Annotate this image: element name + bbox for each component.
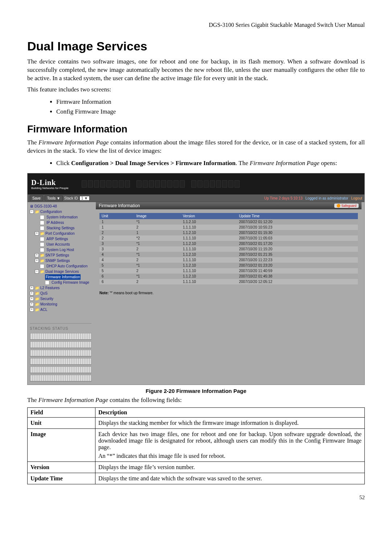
cell: 2	[99, 230, 134, 235]
fields-table: Field Description Unit Displays the stac…	[27, 407, 365, 484]
cell: 2	[134, 268, 181, 274]
logged-in-text: Logged in as administrator	[306, 196, 348, 200]
tree-snmp[interactable]: +📁 SNMP Settings	[30, 258, 91, 263]
tree-stacking[interactable]: Stacking Settings	[30, 225, 91, 231]
tree-acl[interactable]: +📁 ACL	[30, 307, 91, 312]
tree-user-accounts[interactable]: User Accounts	[30, 242, 91, 247]
cell: 6	[99, 274, 134, 279]
tree-arp[interactable]: ARP Settings	[30, 236, 91, 242]
bullet-fw-info: Firmware Information	[56, 97, 365, 107]
table-row: 6*11.1.2.102007/10/22 01:45:38	[99, 274, 358, 279]
cell: 3	[99, 246, 134, 252]
tree-fw-info[interactable]: Firmware Information	[30, 274, 91, 280]
cell: 3	[99, 241, 134, 246]
col-version: Version	[181, 213, 237, 219]
fw-desc-paragraph: The Firmware Information Page contains i…	[27, 139, 365, 155]
cell: *1	[134, 241, 181, 246]
table-row: Image Each device has two image files, o…	[28, 429, 365, 462]
cell: 2	[134, 246, 181, 252]
intro-paragraph: The device contains two software images,…	[27, 58, 365, 83]
stack-unit	[30, 333, 91, 340]
table-row: Update Time Displays the time and date w…	[28, 473, 365, 484]
dlink-tagline: Building Networks for People	[31, 187, 69, 190]
table-row: 211.1.2.102007/10/22 01:15:30	[99, 230, 358, 235]
table-row: 2*21.1.1.102007/10/20 11:05:03	[99, 235, 358, 241]
table-row: 121.1.1.102007/10/20 10:55:23	[99, 225, 358, 230]
table-row: 621.1.1.102007/10/20 12:05:12	[99, 279, 358, 284]
field-desc: Displays the stacking member for which t…	[95, 418, 365, 429]
nav-tree[interactable]: 🖥 DGS-3100-48 −📁 Configuration System In…	[28, 202, 93, 385]
tree-dhcp-auto[interactable]: DHCP Auto Configuration	[30, 263, 91, 269]
tree-sntp[interactable]: +📁 SNTP Settings	[30, 253, 91, 258]
cell: *1	[134, 263, 181, 268]
cell: 5	[99, 263, 134, 268]
cell: 1.1.1.10	[181, 279, 237, 284]
cell: 2	[134, 279, 181, 284]
cell: *1	[134, 252, 181, 257]
stack-unit	[30, 358, 91, 365]
field-desc: Displays the image file’s version number…	[95, 462, 365, 473]
field-name: Unit	[28, 418, 95, 429]
cell: *1	[134, 274, 181, 279]
tree-qos[interactable]: +📁 QoS	[30, 291, 91, 296]
firmware-info-screenshot: D-Link Building Networks for People Save…	[27, 173, 365, 385]
logout-link[interactable]: Logout	[351, 196, 362, 200]
nav-instruction: Click Configuration > Dual Image Service…	[56, 158, 365, 168]
field-desc: Displays the time and date which the sof…	[95, 473, 365, 484]
field-desc: Each device has two image files, one for…	[95, 429, 365, 462]
tree-ip-address[interactable]: IP Address	[30, 220, 91, 225]
tree-root[interactable]: 🖥 DGS-3100-48	[30, 204, 91, 209]
table-row: 321.1.1.102007/10/20 11:15:20	[99, 246, 358, 252]
cell: 1.1.2.10	[181, 274, 237, 279]
stacking-status-label: STACKING STATUS	[30, 323, 91, 331]
save-button[interactable]: Save	[30, 196, 43, 201]
table-row: Unit Displays the stacking member for wh…	[28, 418, 365, 429]
stack-unit	[30, 366, 91, 373]
table-row: 1*11.1.2.102007/10/22 01:12:20	[99, 219, 358, 225]
tree-dual-image[interactable]: −📁 Dual Image Services	[30, 269, 91, 274]
cell: *2	[134, 235, 181, 241]
cell: 2007/10/22 01:23:20	[237, 263, 358, 268]
uptime-text: Up Time 2 days 5:10:13	[264, 196, 303, 200]
tree-configuration[interactable]: −📁 Configuration	[30, 209, 91, 214]
cell: 5	[99, 268, 134, 274]
tree-port-config[interactable]: +📁 Port Configuration	[30, 231, 91, 236]
stackid-select[interactable]: 1 ▼	[79, 196, 90, 201]
stack-unit	[30, 341, 91, 348]
firmware-table: Unit Image Version Update Time 1*11.1.2.…	[99, 213, 358, 284]
device-panel: D-Link Building Networks for People	[28, 173, 364, 194]
tree-system-info[interactable]: System Information	[30, 214, 91, 220]
table-row: 4*11.1.2.102007/10/22 01:21:35	[99, 252, 358, 257]
cell: 1	[99, 225, 134, 230]
tree-security[interactable]: +📁 Security	[30, 296, 91, 301]
tools-menu[interactable]: Tools ▼	[45, 196, 63, 201]
cell: 2	[134, 257, 181, 263]
cell: 6	[99, 279, 134, 284]
cell: 1.1.1.10	[181, 246, 237, 252]
h1-dual-image: Dual Image Services	[27, 39, 365, 53]
cell: 2007/10/20 11:40:59	[237, 268, 358, 274]
table-row: 521.1.1.102007/10/20 11:40:59	[99, 268, 358, 274]
tree-config-fw-image[interactable]: Config Firmware Image	[30, 280, 91, 285]
tree-monitoring[interactable]: +📁 Monitoring	[30, 301, 91, 307]
cell: 4	[99, 257, 134, 263]
cell: 1.1.1.10	[181, 257, 237, 263]
cell: 2	[99, 235, 134, 241]
cell: 2007/10/22 01:21:35	[237, 252, 358, 257]
col-unit: Unit	[99, 213, 134, 219]
cell: 2007/10/20 11:22:23	[237, 257, 358, 263]
tree-syslog[interactable]: System Log Host	[30, 247, 91, 253]
cell: 2	[134, 225, 181, 230]
stack-unit	[30, 375, 91, 381]
intro-includes: This feature includes two screens:	[27, 86, 365, 94]
col-image: Image	[134, 213, 181, 219]
tree-l2[interactable]: +📁 L2 Features	[30, 285, 91, 291]
note-text: Note: '*' means boot up firmware.	[99, 291, 358, 295]
table-row: 3*11.1.2.102007/10/22 01:17:20	[99, 241, 358, 246]
cell: 1	[99, 219, 134, 225]
cell: 1.1.2.10	[181, 230, 237, 235]
table-row: Version Displays the image file’s versio…	[28, 462, 365, 473]
cell: 1.1.2.10	[181, 241, 237, 246]
fields-h2: Description	[95, 408, 365, 418]
dlink-logo: D-Link	[31, 178, 56, 186]
